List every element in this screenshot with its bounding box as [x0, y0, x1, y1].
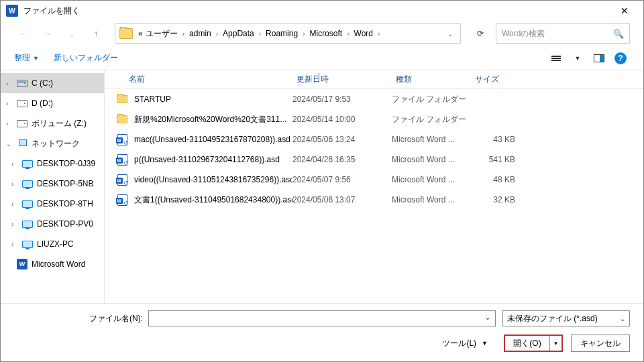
- sidebar-item[interactable]: ›DESKTOP-8TH: [1, 194, 104, 214]
- sidebar-item[interactable]: ›LIUZX-PC: [1, 234, 104, 254]
- file-open-dialog: W ファイルを開く ✕ ← → ⌄ ↑ « ユーザー› admin› AppDa…: [0, 0, 644, 362]
- sidebar-item[interactable]: ›C (C:): [1, 73, 104, 93]
- file-type: ファイル フォルダー: [392, 94, 471, 105]
- close-button[interactable]: ✕: [611, 5, 638, 16]
- computer-icon: [21, 160, 34, 168]
- organize-label: 整理: [14, 52, 30, 64]
- open-split-dropdown[interactable]: ▼: [549, 336, 561, 351]
- computer-icon: [21, 241, 34, 248]
- filename-input[interactable]: [148, 310, 496, 326]
- breadcrumb-prefix: «: [137, 29, 144, 38]
- breadcrumb-part[interactable]: AppData: [221, 29, 256, 38]
- chevron-right-icon[interactable]: ›: [11, 200, 21, 208]
- file-row[interactable]: video((Unsaved-311051243816735296)).asd2…: [105, 170, 643, 190]
- sidebar-item[interactable]: ›DESKTOP-PV0: [1, 214, 104, 234]
- file-type-filter[interactable]: 未保存のファイル (*.asd) ⌄: [502, 310, 630, 326]
- word-icon: W: [15, 259, 29, 269]
- chevron-right-icon[interactable]: ›: [11, 160, 21, 168]
- word-recovery-icon: [114, 134, 130, 145]
- chevron-right-icon: ›: [179, 30, 188, 38]
- drive-icon: [15, 120, 29, 127]
- col-size[interactable]: サイズ: [471, 74, 525, 85]
- folder-icon: [114, 115, 130, 123]
- col-date[interactable]: 更新日時: [292, 74, 392, 85]
- computer-icon: [21, 180, 34, 188]
- main-area: ›C (C:)›D (D:)›ボリューム (Z:)⌄ネットワーク›DESKTOP…: [1, 70, 643, 303]
- sidebar-item[interactable]: ›D (D:): [1, 93, 104, 113]
- word-app-icon: W: [6, 5, 18, 17]
- folder-icon: [119, 28, 133, 39]
- recent-dropdown[interactable]: ⌄: [62, 25, 81, 42]
- computer-icon: [21, 221, 34, 228]
- sidebar-item-label: ボリューム (Z:): [32, 118, 87, 129]
- file-name: p((Unsaved-311029673204112768)).asd: [130, 155, 292, 164]
- drive-icon: [15, 80, 29, 87]
- file-row[interactable]: 文書1((Unsaved-311049501682434800)).asd202…: [105, 190, 643, 210]
- bottom-panel: ファイル名(N): 未保存のファイル (*.asd) ⌄ ツール(L) ▼ 開く…: [1, 303, 643, 361]
- sidebar-item-label: DESKTOP-8TH: [37, 199, 93, 208]
- chevron-right-icon[interactable]: ›: [6, 120, 15, 127]
- chevron-right-icon: ›: [256, 30, 264, 38]
- chevron-right-icon[interactable]: ›: [6, 80, 15, 87]
- new-folder-button[interactable]: 新しいフォルダー: [54, 52, 118, 64]
- chevron-down-icon: ▼: [33, 55, 39, 62]
- tools-menu[interactable]: ツール(L) ▼: [442, 338, 488, 349]
- cancel-label: キャンセル: [580, 338, 621, 349]
- sort-indicator-icon: ⌃: [317, 72, 321, 78]
- file-size: 48 KB: [471, 175, 525, 184]
- file-row[interactable]: mac((Unsaved-311049523167870208)).asd202…: [105, 129, 643, 149]
- chevron-right-icon[interactable]: ›: [11, 221, 21, 228]
- sidebar-item-label: DESKTOP-PV0: [37, 219, 93, 229]
- search-input[interactable]: Wordの検索 🔍: [496, 23, 630, 44]
- refresh-button[interactable]: ⟳: [470, 23, 490, 44]
- breadcrumb-part[interactable]: Word: [353, 29, 374, 38]
- file-row[interactable]: p((Unsaved-311029673204112768)).asd2024/…: [105, 149, 643, 170]
- file-list: STARTUP2024/05/17 9:53ファイル フォルダー新規%20Mic…: [105, 89, 643, 303]
- open-button[interactable]: 開く(O) ▼: [504, 335, 563, 352]
- sidebar-item[interactable]: ›DESKTOP-0J39: [1, 154, 104, 174]
- chevron-down-icon[interactable]: ⌄: [444, 30, 456, 38]
- chevron-right-icon: ›: [374, 30, 383, 38]
- breadcrumb-part[interactable]: ユーザー: [144, 28, 179, 40]
- breadcrumb-part[interactable]: Roaming: [264, 29, 299, 38]
- chevron-down-icon: ⌄: [620, 315, 625, 322]
- chevron-right-icon[interactable]: ›: [11, 241, 21, 248]
- file-size: 541 KB: [471, 155, 525, 164]
- sidebar-item[interactable]: ›DESKTOP-5NB: [1, 174, 104, 194]
- chevron-right-icon[interactable]: ›: [6, 100, 15, 107]
- sidebar-item-label: LIUZX-PC: [37, 239, 74, 249]
- forward-button[interactable]: →: [38, 25, 57, 42]
- view-mode-button[interactable]: [547, 50, 566, 66]
- file-row[interactable]: 新規%20Microsoft%20Word%20文書311...2024/05/…: [105, 109, 643, 129]
- preview-pane-button[interactable]: [590, 50, 608, 66]
- sidebar-item[interactable]: ⌄ネットワーク: [1, 133, 104, 154]
- file-name: 文書1((Unsaved-311049501682434800)).asd: [130, 194, 292, 206]
- organize-menu[interactable]: 整理 ▼: [14, 52, 39, 64]
- nav-row: ← → ⌄ ↑ « ユーザー› admin› AppData› Roaming›…: [1, 21, 643, 46]
- search-placeholder: Wordの検索: [502, 28, 613, 40]
- file-date: 2024/05/06 13:07: [292, 195, 392, 204]
- file-name: video((Unsaved-311051243816735296)).asd: [130, 175, 292, 184]
- chevron-right-icon[interactable]: ›: [11, 180, 21, 188]
- file-pane: ⌃ 名前 更新日時 種類 サイズ STARTUP2024/05/17 9:53フ…: [105, 70, 643, 303]
- breadcrumb-part[interactable]: admin: [188, 29, 213, 38]
- filename-label: ファイル名(N):: [14, 313, 148, 324]
- sidebar-item-label: DESKTOP-0J39: [37, 159, 95, 168]
- col-type[interactable]: 種類: [392, 74, 471, 85]
- col-name[interactable]: 名前: [125, 74, 292, 85]
- up-button[interactable]: ↑: [87, 25, 105, 42]
- breadcrumb-part[interactable]: Microsoft: [308, 29, 343, 38]
- file-date: 2024/05/06 13:24: [292, 135, 392, 144]
- help-button[interactable]: ?: [611, 50, 630, 66]
- network-icon: [15, 139, 29, 147]
- cancel-button[interactable]: キャンセル: [571, 335, 630, 352]
- sidebar-item[interactable]: WMicrosoft Word: [1, 254, 104, 274]
- file-row[interactable]: STARTUP2024/05/17 9:53ファイル フォルダー: [105, 89, 643, 109]
- chevron-down-icon[interactable]: ⌄: [6, 140, 15, 147]
- view-dropdown[interactable]: ▼: [568, 50, 587, 66]
- back-button[interactable]: ←: [14, 25, 33, 42]
- sidebar-item[interactable]: ›ボリューム (Z:): [1, 113, 104, 133]
- file-type: Microsoft Word ...: [392, 195, 471, 204]
- breadcrumb[interactable]: « ユーザー› admin› AppData› Roaming› Microso…: [115, 23, 461, 44]
- button-row: ツール(L) ▼ 開く(O) ▼ キャンセル: [14, 335, 630, 352]
